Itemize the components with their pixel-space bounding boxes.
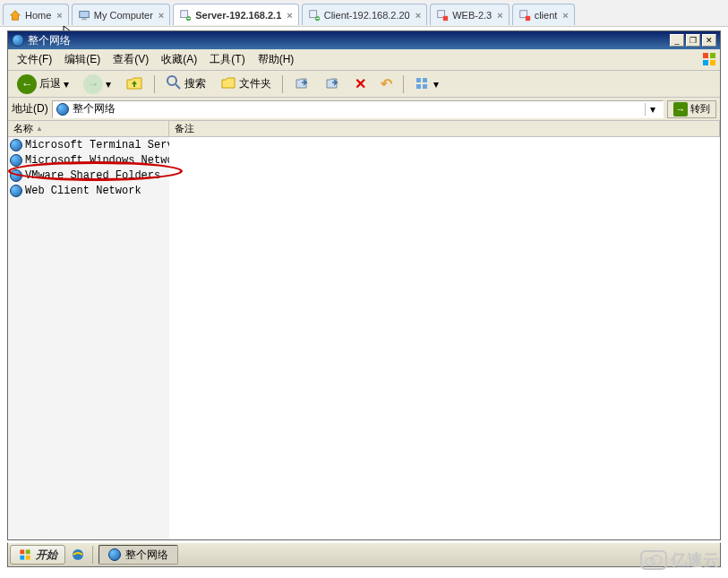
vm-tab-bar: Home × My Computer × Server-192.168.2.1 … — [0, 0, 728, 27]
search-label: 搜索 — [184, 76, 206, 91]
tab-close-icon[interactable]: × — [157, 10, 166, 21]
menu-view[interactable]: 查看(V) — [107, 50, 154, 69]
globe-icon — [56, 103, 69, 116]
list-item[interactable]: Microsoft Windows Network — [8, 152, 169, 168]
delete-button[interactable]: ✕ — [349, 73, 372, 95]
menu-file[interactable]: 文件(F) — [12, 50, 57, 69]
globe-icon — [12, 34, 24, 47]
tab-close-icon[interactable]: × — [285, 10, 294, 21]
quicklaunch-ie[interactable] — [69, 546, 87, 564]
task-label: 整个网络 — [125, 548, 168, 563]
computer-icon — [78, 9, 90, 22]
svg-rect-1 — [81, 18, 86, 20]
undo-button[interactable]: ↶ — [375, 73, 398, 95]
address-input[interactable]: 整个网络 ▾ — [52, 100, 664, 118]
vm-power-on-icon — [308, 9, 321, 22]
copy-to-button[interactable] — [288, 73, 315, 95]
svg-rect-20 — [20, 549, 24, 554]
menu-edit[interactable]: 编辑(E) — [59, 50, 106, 69]
close-button[interactable]: ✕ — [702, 34, 716, 47]
forward-arrow-icon: → — [83, 74, 103, 94]
svg-rect-0 — [80, 11, 90, 17]
item-label: Web Client Network — [25, 185, 141, 197]
svg-rect-4 — [309, 10, 316, 17]
start-button[interactable]: 开始 — [10, 545, 65, 565]
search-button[interactable]: 搜索 — [160, 72, 211, 96]
go-button[interactable]: → 转到 — [667, 100, 716, 118]
address-value: 整个网络 — [73, 101, 116, 116]
vm-tab-label: Server-192.168.2.1 — [195, 10, 281, 21]
menu-tools[interactable]: 工具(T) — [204, 50, 250, 69]
back-arrow-icon: ← — [17, 74, 37, 94]
svg-rect-2 — [181, 10, 188, 17]
back-label: 后退 — [39, 76, 61, 91]
start-label: 开始 — [36, 548, 57, 563]
addressbar: 地址(D) 整个网络 ▾ → 转到 — [8, 98, 720, 121]
up-button[interactable] — [120, 71, 149, 97]
forward-button[interactable]: → ▾ — [78, 72, 116, 97]
svg-point-14 — [167, 76, 176, 85]
menubar: 文件(F) 编辑(E) 查看(V) 收藏(A) 工具(T) 帮助(H) — [8, 49, 720, 71]
taskbar-task-active[interactable]: 整个网络 — [98, 545, 178, 565]
folders-button[interactable]: 文件夹 — [215, 72, 277, 96]
move-to-button[interactable] — [319, 73, 346, 95]
sort-asc-icon: ▲ — [36, 125, 43, 133]
list-item[interactable]: Microsoft Terminal Serv... — [8, 137, 169, 152]
titlebar[interactable]: 整个网络 _ ❐ ✕ — [8, 31, 720, 49]
vm-stopped-icon — [436, 9, 449, 22]
svg-rect-7 — [443, 15, 448, 20]
tab-close-icon[interactable]: × — [495, 10, 504, 21]
views-icon — [415, 76, 431, 92]
taskbar: 开始 整个网络 — [7, 542, 721, 567]
vm-tab-label: WEB-2.3 — [452, 10, 492, 21]
tab-close-icon[interactable]: × — [414, 10, 423, 21]
vm-tab-label: Client-192.168.2.20 — [324, 10, 410, 21]
vm-tab-client20[interactable]: Client-192.168.2.20 × — [302, 4, 427, 25]
toolbar: ← 后退 ▾ → ▾ 搜索 文件夹 — [8, 71, 720, 98]
folders-icon — [220, 74, 236, 93]
item-label: Microsoft Windows Network — [25, 154, 169, 167]
vm-tab-label: client — [535, 10, 558, 21]
vm-tab-label: Home — [25, 10, 51, 21]
vm-tab-mycomputer[interactable]: My Computer × — [72, 4, 170, 25]
restore-button[interactable]: ❐ — [686, 34, 700, 47]
go-label: 转到 — [690, 102, 710, 116]
dropdown-arrow-icon: ▾ — [64, 78, 69, 91]
vm-tab-client[interactable]: client × — [512, 4, 575, 25]
vm-tab-home[interactable]: Home × — [3, 4, 69, 25]
windows-flag-icon — [700, 50, 718, 68]
dropdown-arrow-icon: ▾ — [106, 78, 111, 91]
item-label: VMware Shared Folders — [25, 169, 160, 182]
column-name-header[interactable]: 名称 ▲ — [8, 121, 169, 136]
menu-favorites[interactable]: 收藏(A) — [156, 50, 202, 69]
svg-rect-11 — [710, 53, 715, 58]
views-button[interactable]: ▾ — [409, 73, 444, 95]
svg-rect-13 — [710, 60, 715, 65]
network-resource-icon — [10, 169, 22, 182]
window-title: 整个网络 — [28, 33, 71, 48]
svg-rect-10 — [703, 53, 708, 58]
up-folder-icon — [125, 73, 143, 94]
svg-rect-16 — [416, 78, 421, 82]
tab-close-icon[interactable]: × — [561, 10, 570, 21]
copyto-icon — [294, 76, 310, 92]
vm-power-on-icon — [179, 9, 192, 22]
tab-close-icon[interactable]: × — [55, 10, 64, 21]
svg-rect-12 — [703, 60, 708, 65]
menu-help[interactable]: 帮助(H) — [253, 50, 300, 69]
vm-tab-server[interactable]: Server-192.168.2.1 × — [173, 4, 298, 25]
svg-rect-21 — [26, 549, 30, 554]
windows-flag-icon — [18, 548, 32, 562]
list-item[interactable]: VMware Shared Folders — [8, 168, 169, 183]
address-dropdown-icon[interactable]: ▾ — [645, 103, 659, 116]
network-resource-icon — [10, 139, 22, 151]
back-button[interactable]: ← 后退 ▾ — [12, 72, 74, 97]
globe-icon — [108, 548, 121, 561]
ie-icon — [71, 548, 85, 562]
column-comment-header[interactable]: 备注 — [169, 121, 720, 136]
minimize-button[interactable]: _ — [670, 34, 684, 47]
svg-rect-18 — [416, 84, 421, 89]
vm-tab-web[interactable]: WEB-2.3 × — [430, 4, 509, 25]
folders-label: 文件夹 — [239, 76, 271, 91]
list-item[interactable]: Web Client Network — [8, 183, 169, 198]
